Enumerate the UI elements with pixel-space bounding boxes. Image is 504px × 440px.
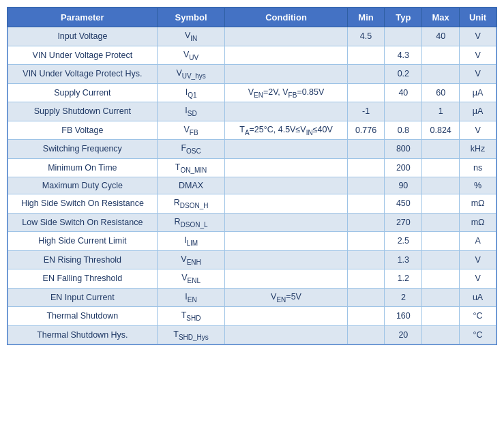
typ-cell: 270 <box>385 213 422 232</box>
max-cell <box>422 250 460 269</box>
unit-cell: °C <box>460 307 496 326</box>
table-row: High Side Switch On ResistanceRDSON_H450… <box>8 194 496 214</box>
min-cell <box>347 194 385 214</box>
param-cell: VIN Under Voltage Protect Hys. <box>8 65 158 84</box>
min-cell <box>347 65 385 84</box>
symbol-cell: ISD <box>157 102 225 121</box>
condition-cell <box>225 213 347 232</box>
typ-cell: 1.3 <box>385 250 422 269</box>
max-cell <box>422 307 460 326</box>
condition-cell <box>225 177 347 194</box>
header-max: Max <box>422 8 460 27</box>
param-cell: EN Rising Threshold <box>8 250 158 269</box>
spec-table: Parameter Symbol Condition Min Typ Max U… <box>8 8 496 344</box>
table-row: Supply Shutdown CurrentISD-11μA <box>8 102 496 121</box>
symbol-cell: IEN <box>157 288 225 307</box>
max-cell <box>422 194 460 214</box>
min-cell <box>347 46 385 65</box>
table-row: EN Falling ThresholdVENL1.2V <box>8 269 496 289</box>
symbol-cell: VFB <box>157 121 225 140</box>
condition-cell <box>225 140 347 159</box>
max-cell <box>422 140 460 159</box>
typ-cell: 800 <box>385 140 422 159</box>
param-cell: Minimum On Time <box>8 158 158 177</box>
table-row: Supply CurrentIQ1VEN=2V, VFB=0.85V4060μA <box>8 83 496 102</box>
table-row: EN Input CurrentIENVEN=5V2uA <box>8 288 496 307</box>
max-cell <box>422 288 460 307</box>
table-row: Thermal Shutdown Hys.TSHD_Hys20°C <box>8 325 496 344</box>
min-cell <box>347 307 385 326</box>
typ-cell: 2 <box>385 288 422 307</box>
unit-cell: °C <box>460 325 496 344</box>
param-cell: Thermal Shutdown <box>8 307 158 326</box>
typ-cell: 90 <box>385 177 422 194</box>
min-cell <box>347 232 385 251</box>
condition-cell <box>225 27 347 46</box>
condition-cell <box>225 232 347 251</box>
symbol-cell: VENH <box>157 250 225 269</box>
symbol-cell: VUV_hys <box>157 65 225 84</box>
min-cell <box>347 83 385 102</box>
unit-cell: μA <box>460 102 496 121</box>
param-cell: EN Input Current <box>8 288 158 307</box>
header-parameter: Parameter <box>8 8 158 27</box>
condition-cell <box>225 102 347 121</box>
max-cell <box>422 269 460 289</box>
max-cell: 1 <box>422 102 460 121</box>
param-cell: Supply Current <box>8 83 158 102</box>
param-cell: FB Voltage <box>8 121 158 140</box>
symbol-cell: TSHD_Hys <box>157 325 225 344</box>
symbol-cell: VIN <box>157 27 225 46</box>
min-cell: 4.5 <box>347 27 385 46</box>
header-min: Min <box>347 8 385 27</box>
typ-cell: 2.5 <box>385 232 422 251</box>
unit-cell: V <box>460 121 496 140</box>
unit-cell: kHz <box>460 140 496 159</box>
min-cell <box>347 213 385 232</box>
unit-cell: V <box>460 46 496 65</box>
max-cell <box>422 65 460 84</box>
condition-cell <box>225 250 347 269</box>
unit-cell: A <box>460 232 496 251</box>
min-cell <box>347 140 385 159</box>
condition-cell <box>225 307 347 326</box>
condition-cell <box>225 158 347 177</box>
param-cell: High Side Current Limit <box>8 232 158 251</box>
symbol-cell: ILIM <box>157 232 225 251</box>
typ-cell: 450 <box>385 194 422 214</box>
max-cell: 0.824 <box>422 121 460 140</box>
typ-cell: 1.2 <box>385 269 422 289</box>
table-row: Low Side Switch On ResistanceRDSON_L270m… <box>8 213 496 232</box>
max-cell: 40 <box>422 27 460 46</box>
typ-cell: 0.2 <box>385 65 422 84</box>
min-cell <box>347 177 385 194</box>
symbol-cell: TSHD <box>157 307 225 326</box>
min-cell <box>347 288 385 307</box>
table-row: Minimum On TimeTON_MIN200ns <box>8 158 496 177</box>
header-condition: Condition <box>225 8 347 27</box>
typ-cell <box>385 27 422 46</box>
param-cell: Thermal Shutdown Hys. <box>8 325 158 344</box>
param-cell: Low Side Switch On Resistance <box>8 213 158 232</box>
typ-cell: 0.8 <box>385 121 422 140</box>
max-cell <box>422 177 460 194</box>
symbol-cell: VENL <box>157 269 225 289</box>
unit-cell: % <box>460 177 496 194</box>
header-unit: Unit <box>460 8 496 27</box>
max-cell <box>422 232 460 251</box>
condition-cell: VEN=2V, VFB=0.85V <box>225 83 347 102</box>
max-cell <box>422 325 460 344</box>
min-cell <box>347 269 385 289</box>
condition-cell <box>225 269 347 289</box>
min-cell <box>347 325 385 344</box>
table-row: VIN Under Voltage Protect Hys.VUV_hys0.2… <box>8 65 496 84</box>
typ-cell: 40 <box>385 83 422 102</box>
table-row: Maximum Duty CycleDMAX90% <box>8 177 496 194</box>
condition-cell <box>225 46 347 65</box>
min-cell: 0.776 <box>347 121 385 140</box>
table-row: EN Rising ThresholdVENH1.3V <box>8 250 496 269</box>
param-cell: EN Falling Threshold <box>8 269 158 289</box>
param-cell: Supply Shutdown Current <box>8 102 158 121</box>
min-cell: -1 <box>347 102 385 121</box>
symbol-cell: RDSON_H <box>157 194 225 214</box>
